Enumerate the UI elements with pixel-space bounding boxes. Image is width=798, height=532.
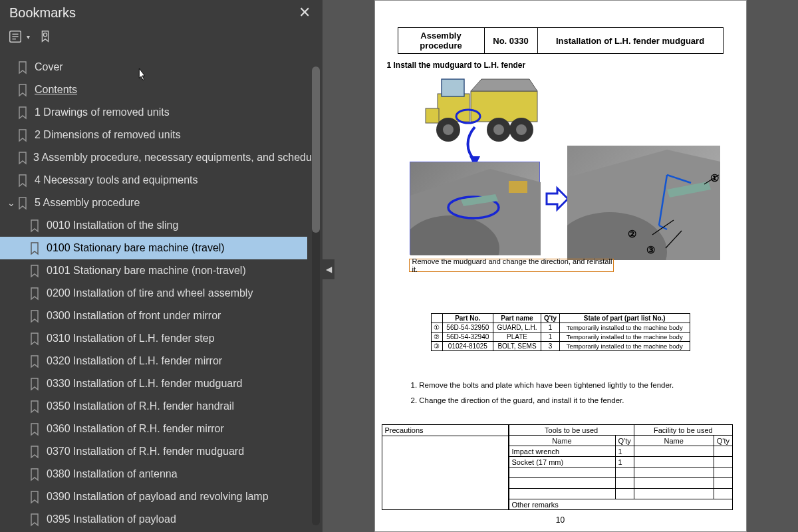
bookmark-icon	[29, 332, 41, 344]
bookmark-icon	[17, 152, 28, 164]
bookmark-label: 4 Necessary tools and equipments	[35, 174, 198, 186]
bookmark-icon	[29, 400, 41, 412]
bookmark-subitem[interactable]: 0100 Stationary bare machine (travel)	[0, 237, 307, 259]
svg-point-4	[43, 33, 47, 37]
table-row: Impact wrench1	[509, 446, 732, 457]
sidebar-header: Bookmarks ✕	[0, 0, 323, 24]
svg-rect-8	[442, 79, 464, 96]
svg-point-11	[443, 124, 454, 135]
bookmark-subitem[interactable]: 0300 Installation of front under mirror	[0, 305, 307, 327]
svg-rect-7	[438, 94, 469, 122]
bookmark-label: Contents	[35, 84, 77, 96]
bookmark-icon	[29, 265, 41, 277]
dropdown-caret-icon[interactable]: ▾	[27, 33, 30, 41]
bookmark-ribbon-icon[interactable]	[37, 28, 54, 45]
bookmark-item[interactable]: ⌄5 Assembly procedure	[0, 192, 307, 214]
bookmark-icon	[17, 61, 29, 73]
bookmark-icon	[17, 174, 29, 186]
bookmark-label: 5 Assembly procedure	[35, 197, 140, 209]
scrollbar-track[interactable]	[312, 66, 320, 525]
svg-point-13	[493, 124, 504, 135]
bookmark-item[interactable]: 2 Dimensions of removed units	[0, 124, 307, 146]
bookmark-icon	[29, 287, 41, 299]
bookmark-icon	[29, 468, 41, 480]
svg-marker-6	[471, 79, 537, 91]
table-row: ①56D-54-32950GUARD, L.H.1Temporarily ins…	[431, 323, 690, 332]
close-icon[interactable]: ✕	[296, 4, 313, 21]
bookmark-icon	[17, 84, 29, 96]
bookmark-item[interactable]: Contents	[0, 78, 307, 101]
bookmark-item[interactable]: 1 Drawings of removed units	[0, 101, 307, 124]
bookmark-icon	[17, 106, 29, 118]
precautions-table: Precautions	[382, 424, 509, 510]
callout-2: ②	[628, 228, 636, 240]
bookmark-icon	[29, 513, 41, 525]
bookmark-subitem[interactable]: 0380 Installation of antenna	[0, 463, 307, 485]
document-viewport[interactable]: Assembly procedure No. 0330 Installation…	[323, 0, 798, 532]
bookmark-subitem[interactable]: 0370 Installation of R.H. fender mudguar…	[0, 440, 307, 463]
bookmark-label: 0390 Installation of payload and revolvi…	[47, 491, 269, 503]
bookmark-icon	[29, 491, 41, 503]
bookmark-subitem[interactable]: 0330 Installation of L.H. fender mudguar…	[0, 372, 307, 395]
callout-1: ①	[710, 172, 719, 184]
sidebar-title: Bookmarks	[9, 5, 76, 21]
bookmarks-panel: Bookmarks ✕ ▾ CoverContents1 Drawings of…	[0, 0, 323, 532]
bookmark-label: 0010 Installation of the sling	[47, 219, 178, 231]
bookmark-item[interactable]: 3 Assembly procedure, necessary equipmen…	[0, 146, 307, 169]
bookmark-subitem[interactable]: 0010 Installation of the sling	[0, 214, 307, 237]
detail-illustration-left	[410, 162, 540, 255]
arrow-right-icon	[545, 186, 569, 212]
table-row: Socket (17 mm)1	[509, 457, 732, 467]
table-row: ②56D-54-32940PLATE1Temporarily installed…	[431, 332, 690, 342]
bookmark-icon	[29, 242, 41, 254]
bookmark-label: 1 Drawings of removed units	[35, 106, 170, 118]
bookmark-icon	[29, 378, 41, 390]
sidebar-toolbar: ▾	[0, 24, 323, 49]
bookmark-label: 2 Dimensions of removed units	[35, 129, 181, 141]
bookmark-item[interactable]: 4 Necessary tools and equipments	[0, 169, 307, 192]
bookmark-subitem[interactable]: 0350 Installation of R.H. fender handrai…	[0, 395, 307, 418]
illustration-area: FWD ① ② ③ Remove the mudguard a	[398, 74, 724, 273]
bookmark-label: 3 Assembly procedure, necessary equipmen…	[33, 152, 320, 164]
callout-3: ③	[646, 244, 655, 256]
tools-facility-table: Tools to be used Facility to be used Nam…	[509, 424, 733, 510]
bookmark-icon	[17, 129, 29, 141]
bottom-tables: Precautions Tools to be used Facility to…	[382, 424, 739, 510]
svg-rect-9	[426, 108, 439, 123]
bookmark-subitem[interactable]: 0310 Installation of L.H. fender step	[0, 327, 307, 350]
options-icon[interactable]	[7, 28, 24, 45]
bookmark-icon	[29, 446, 41, 458]
header-col2: No. 0330	[484, 28, 537, 54]
svg-marker-23	[547, 188, 568, 209]
bookmark-label: 0370 Installation of R.H. fender mudguar…	[47, 446, 244, 458]
bookmark-label: 0310 Installation of L.H. fender step	[47, 332, 215, 344]
table-row: ③01024-81025BOLT, SEMS3Temporarily insta…	[431, 342, 690, 351]
bookmark-subitem[interactable]: 0200 Installation of tire and wheel asse…	[0, 282, 307, 305]
bookmark-icon	[29, 423, 41, 435]
bookmark-label: 0330 Installation of L.H. fender mudguar…	[47, 378, 242, 390]
bookmark-subitem[interactable]: 0360 Installation of R.H. fender mirror	[0, 418, 307, 440]
bookmark-subitem[interactable]: 0395 Installation of payload	[0, 508, 307, 531]
step-heading: 1 Install the mudguard to L.H. fender	[387, 61, 746, 70]
bookmark-subitem[interactable]: 0320 Installation of L.H. fender mirror	[0, 350, 307, 372]
bookmark-label: 0200 Installation of tire and wheel asse…	[47, 287, 253, 299]
bookmark-tree[interactable]: CoverContents1 Drawings of removed units…	[0, 49, 323, 532]
svg-point-15	[516, 124, 527, 135]
bookmark-label: Cover	[35, 61, 63, 73]
bookmark-item[interactable]: Cover	[0, 56, 307, 78]
collapse-panel-handle[interactable]: ◀	[323, 259, 334, 279]
document-page: Assembly procedure No. 0330 Installation…	[374, 0, 747, 532]
header-col1: Assembly procedure	[398, 28, 484, 54]
table-row	[509, 467, 732, 478]
bookmark-icon	[17, 197, 29, 209]
bookmark-subitem[interactable]: 0390 Installation of payload and revolvi…	[0, 485, 307, 508]
bookmark-icon	[29, 219, 41, 231]
bookmark-label: 0100 Stationary bare machine (travel)	[47, 242, 225, 254]
chevron-down-icon[interactable]: ⌄	[5, 198, 17, 208]
instructions-list: 1. Remove the bolts and plate which have…	[411, 378, 746, 408]
scrollbar-thumb[interactable]	[312, 66, 320, 233]
bookmark-label: 0320 Installation of L.H. fender mirror	[47, 355, 222, 367]
bookmark-subitem[interactable]: 0101 Stationary bare machine (non-travel…	[0, 259, 307, 282]
orange-note-box: Remove the mudguard and change the direc…	[409, 259, 614, 272]
parts-table: Part No.Part nameQ'tyState of part (part…	[431, 313, 690, 351]
